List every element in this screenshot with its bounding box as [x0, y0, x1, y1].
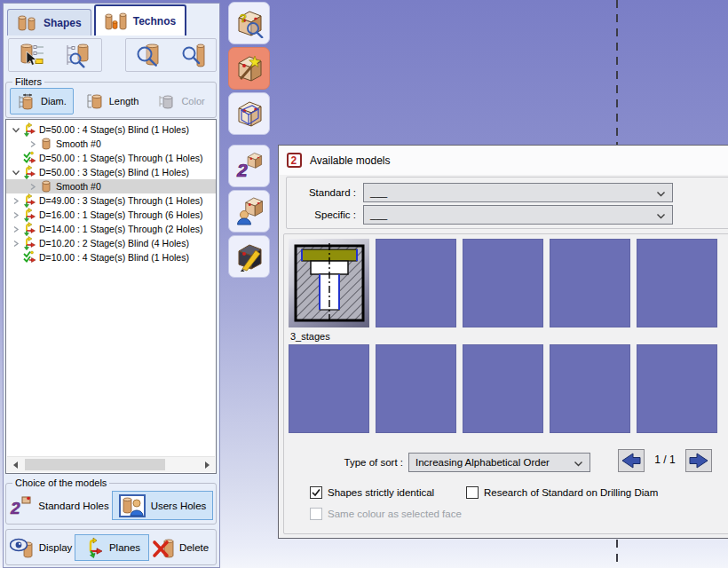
- model-cell: [637, 344, 717, 450]
- filters-group-label: Filters: [12, 76, 44, 87]
- tree-row[interactable]: D=49.00 : 3 Stage(s) Through (1 Holes): [6, 193, 216, 208]
- shapes-cylinders-icon: [17, 14, 38, 32]
- model-cell: [289, 344, 369, 450]
- model-tile[interactable]: [376, 344, 456, 433]
- filter-row: Diam.LengthColor: [6, 83, 216, 117]
- model-cell: [550, 344, 630, 450]
- checkbox-research-of-standard-on-drilling-diam[interactable]: Research of Standard on Drilling Diam: [466, 485, 658, 500]
- help-search-icon: ?: [234, 8, 265, 38]
- side-toolbar-help-search-button[interactable]: ?: [228, 2, 270, 44]
- models-choice-label: Choice of the models: [12, 477, 109, 488]
- tree-row[interactable]: D=50.00 : 1 Stage(s) Through (1 Holes): [6, 151, 216, 165]
- model-tile-label: [550, 433, 630, 450]
- tree-row[interactable]: D=10.20 : 2 Stage(s) Blind (4 Holes): [6, 236, 216, 250]
- tree-row[interactable]: Smooth #0: [6, 179, 216, 193]
- users-holes-icon: [119, 494, 146, 517]
- search-cylinder-icon: [180, 42, 207, 68]
- field-select[interactable]: ___: [363, 183, 673, 202]
- expander-open-icon[interactable]: [12, 126, 20, 134]
- model-tile[interactable]: [550, 344, 630, 433]
- side-toolbar-edit-pencil-button[interactable]: [228, 235, 270, 278]
- magic-wand-icon: [234, 53, 265, 83]
- tree-row-label: D=10.20 : 2 Stage(s) Blind (4 Holes): [39, 238, 189, 248]
- green-checks-icon: [22, 151, 36, 165]
- model-tile[interactable]: [463, 239, 543, 327]
- user-model-icon: [234, 196, 265, 226]
- sort-order-select[interactable]: Increasing Alphabetical Order: [408, 453, 590, 472]
- scrollbar-thumb[interactable]: [25, 459, 165, 470]
- users-holes-button[interactable]: Users Holes: [112, 491, 213, 520]
- checkbox-same-colour-as-selected-face: Same colour as selected face: [310, 507, 462, 521]
- chevron-down-icon: [656, 213, 666, 219]
- tree-row[interactable]: D=16.00 : 1 Stage(s) Through (6 Holes): [6, 208, 216, 222]
- app-window: ShapesTechnos Filters Diam.LengthColor D…: [0, 0, 728, 568]
- display-button[interactable]: Display: [9, 534, 73, 561]
- model-cell: [376, 239, 456, 344]
- search-large-button[interactable]: [132, 41, 164, 69]
- tree-row-label: D=16.00 : 1 Stage(s) Through (6 Holes): [39, 209, 203, 220]
- plane-axis-icon: [22, 122, 36, 137]
- filter-diam-button[interactable]: Diam.: [10, 88, 74, 114]
- scroll-left-button[interactable]: [7, 457, 22, 472]
- expander-closed-icon[interactable]: [12, 197, 20, 205]
- model-cell: 3_stages: [289, 239, 369, 344]
- expander-closed-icon[interactable]: [28, 183, 37, 191]
- expander-closed-icon[interactable]: [12, 240, 20, 248]
- tree-row-label: D=10.00 : 4 Stage(s) Blind (1 Holes): [39, 252, 189, 263]
- tree-row[interactable]: D=50.00 : 3 Stage(s) Blind (1 Holes): [6, 165, 216, 179]
- sort-row: Type of sort : Increasing Alphabetical O…: [284, 451, 590, 474]
- checkbox-box[interactable]: [466, 486, 479, 499]
- tree-row[interactable]: D=14.00 : 1 Stage(s) Through (2 Holes): [6, 222, 216, 236]
- hole-pick-button[interactable]: [16, 41, 48, 69]
- arrow-left-icon: [620, 452, 643, 469]
- plane-axis-icon: [22, 165, 36, 179]
- side-toolbar-face-wireframe-button[interactable]: [228, 92, 270, 135]
- expander-open-icon[interactable]: [12, 169, 20, 177]
- search-large-icon: [135, 42, 162, 68]
- hole-search-tree-button[interactable]: [62, 41, 94, 69]
- checkbox-shapes-strictly-identical[interactable]: Shapes strictly identical: [310, 485, 434, 500]
- standard-holes-button[interactable]: 2Standard Holes: [9, 491, 110, 520]
- delete-button[interactable]: Delete: [151, 534, 210, 561]
- model-tile-3_stages[interactable]: [289, 239, 369, 327]
- model-tile-label: [637, 327, 717, 344]
- model-tile-label: [550, 327, 630, 344]
- previous-page-button[interactable]: [618, 449, 645, 472]
- planes-button[interactable]: Planes: [75, 534, 149, 561]
- tab-shapes[interactable]: Shapes: [7, 9, 91, 36]
- tree-row[interactable]: D=10.00 : 4 Stage(s) Blind (1 Holes): [6, 250, 216, 264]
- plane-axis-icon: [22, 193, 36, 208]
- display-eye-icon: [10, 537, 35, 558]
- search-cylinder-button[interactable]: [178, 41, 210, 69]
- side-toolbar-standard-model-button[interactable]: 2: [228, 145, 270, 187]
- tree-row[interactable]: Smooth #0: [6, 137, 216, 151]
- expander-closed-icon[interactable]: [12, 225, 20, 233]
- tree-horizontal-scrollbar[interactable]: [7, 456, 215, 472]
- standard-specific-group: Standard :___Specific :___: [286, 177, 728, 229]
- next-page-button[interactable]: [685, 449, 712, 472]
- expander-closed-icon[interactable]: [28, 140, 37, 148]
- side-toolbar-magic-wand-button[interactable]: [228, 47, 270, 90]
- svg-text:2: 2: [236, 160, 248, 180]
- arrow-right-icon: [687, 452, 710, 469]
- checkbox-box[interactable]: [310, 486, 322, 499]
- side-toolbar-user-model-button[interactable]: [228, 190, 270, 233]
- scroll-right-button[interactable]: [200, 457, 215, 472]
- actions-group: DisplayPlanesDelete: [5, 529, 217, 565]
- tree-row[interactable]: D=50.00 : 4 Stage(s) Blind (1 Holes): [6, 122, 216, 137]
- sort-order-value: Increasing Alphabetical Order: [415, 457, 550, 468]
- field-select[interactable]: ___: [363, 205, 673, 225]
- filter-length-button[interactable]: Length: [78, 88, 146, 114]
- expander-closed-icon[interactable]: [12, 211, 20, 219]
- models-grid-group: 3_stages Type of sort : Increasing Alpha…: [283, 233, 728, 534]
- model-tile[interactable]: [637, 344, 717, 433]
- model-tile[interactable]: [376, 239, 456, 327]
- model-tile[interactable]: [463, 344, 543, 433]
- tab-technos[interactable]: Technos: [94, 4, 186, 36]
- model-tile[interactable]: [289, 344, 369, 433]
- model-tile[interactable]: [550, 239, 630, 327]
- models-choice-row: 2Standard HolesUsers Holes: [6, 484, 216, 524]
- model-tile[interactable]: [637, 239, 717, 327]
- model-cell: [637, 239, 717, 344]
- tree-row-label: D=50.00 : 3 Stage(s) Blind (1 Holes): [39, 167, 189, 178]
